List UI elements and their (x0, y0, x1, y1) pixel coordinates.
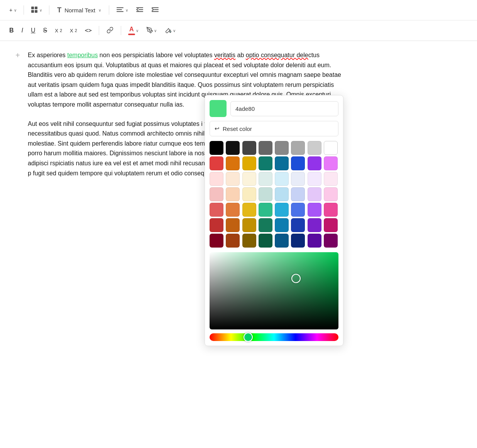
color-swatch-20[interactable] (275, 172, 289, 186)
color-swatch-4[interactable] (275, 141, 289, 155)
color-swatch-36[interactable] (275, 203, 289, 217)
color-swatch-49[interactable] (226, 234, 240, 248)
link-button[interactable] (103, 24, 117, 37)
font-color-button[interactable]: A ∨ (125, 24, 142, 37)
color-swatch-21[interactable] (291, 172, 305, 186)
color-swatch-27[interactable] (259, 187, 272, 201)
blocks-chevron-icon: ∨ (39, 8, 42, 12)
color-swatch-37[interactable] (291, 203, 305, 217)
color-swatch-7[interactable] (324, 141, 338, 155)
code-button[interactable]: <> (82, 25, 95, 36)
fill-button[interactable]: ∨ (161, 24, 179, 37)
gradient-cursor[interactable] (291, 274, 301, 283)
color-swatch-46[interactable] (308, 218, 321, 232)
color-swatch-24[interactable] (210, 187, 223, 201)
toolbar: + ∨ ∨ T Normal Text ∨ (0, 0, 477, 41)
underline-button[interactable]: U (28, 25, 39, 36)
add-block-button[interactable]: + ∨ (6, 5, 20, 15)
color-swatch-11[interactable] (259, 156, 272, 170)
color-swatch-44[interactable] (275, 218, 289, 232)
color-swatch-23[interactable] (324, 172, 338, 186)
add-paragraph-button[interactable]: + (15, 51, 23, 187)
text-style-button[interactable]: T Normal Text ∨ (53, 4, 105, 17)
color-swatch-17[interactable] (226, 172, 240, 186)
color-swatch-35[interactable] (259, 203, 272, 217)
color-swatch-14[interactable] (308, 156, 321, 170)
italic-button[interactable]: I (19, 25, 26, 36)
color-swatch-9[interactable] (226, 156, 240, 170)
strikethrough-button[interactable]: S (40, 25, 51, 36)
color-swatch-47[interactable] (324, 218, 338, 232)
gradient-picker[interactable] (210, 252, 338, 329)
color-swatch-41[interactable] (226, 218, 240, 232)
bold-button[interactable]: B (6, 25, 17, 36)
color-swatch-2[interactable] (242, 141, 256, 155)
highlight-button[interactable]: ∨ (143, 24, 160, 37)
svg-rect-1 (35, 7, 37, 9)
blocks-button[interactable]: ∨ (28, 4, 45, 17)
hue-cursor[interactable] (244, 333, 253, 342)
color-swatch-29[interactable] (291, 187, 305, 201)
fill-icon (164, 27, 172, 35)
link-icon (106, 27, 114, 35)
color-swatch-40[interactable] (210, 218, 223, 232)
color-swatch-13[interactable] (291, 156, 305, 170)
plus-icon: + (9, 7, 12, 13)
color-swatch-34[interactable] (242, 203, 256, 217)
color-swatch-12[interactable] (275, 156, 289, 170)
color-swatch-25[interactable] (226, 187, 240, 201)
indent-decrease-button[interactable] (133, 4, 147, 17)
color-swatch-18[interactable] (242, 172, 256, 186)
hue-slider[interactable] (210, 333, 338, 341)
color-hex-input[interactable] (230, 101, 338, 116)
color-swatch-26[interactable] (242, 187, 256, 201)
superscript-button[interactable]: X2 (67, 25, 80, 36)
color-swatch-10[interactable] (242, 156, 256, 170)
font-color-a-label: A (129, 26, 134, 33)
color-swatch-52[interactable] (275, 234, 289, 248)
font-color-indicator (128, 34, 135, 35)
divider-2 (49, 5, 49, 15)
color-swatch-50[interactable] (242, 234, 256, 248)
color-swatch-15[interactable] (324, 156, 338, 170)
reset-color-button[interactable]: ↩ Reset color (210, 121, 338, 136)
indent-increase-button[interactable] (148, 4, 162, 17)
color-swatch-38[interactable] (308, 203, 321, 217)
font-color-chevron-icon: ∨ (136, 29, 139, 33)
divider-5 (121, 26, 121, 35)
color-swatch-28[interactable] (275, 187, 289, 201)
color-swatch-43[interactable] (259, 218, 272, 232)
subscript-button[interactable]: X2 (52, 25, 65, 36)
color-swatch-19[interactable] (259, 172, 272, 186)
align-chevron-icon: ∨ (125, 8, 128, 12)
color-swatch-54[interactable] (308, 234, 321, 248)
color-swatch-3[interactable] (259, 141, 272, 155)
color-swatch-32[interactable] (210, 203, 223, 217)
color-swatch-42[interactable] (242, 218, 256, 232)
color-swatch-0[interactable] (210, 141, 223, 155)
divider-4 (99, 26, 99, 35)
color-swatch-39[interactable] (324, 203, 338, 217)
color-swatch-22[interactable] (308, 172, 321, 186)
color-swatch-6[interactable] (308, 141, 321, 155)
color-swatch-31[interactable] (324, 187, 338, 201)
link-temporibus[interactable]: temporibus (67, 52, 98, 58)
color-swatch-53[interactable] (291, 234, 305, 248)
highlight-icon (146, 27, 153, 35)
color-swatch-30[interactable] (308, 187, 321, 201)
color-swatch-16[interactable] (210, 172, 223, 186)
color-swatch-45[interactable] (291, 218, 305, 232)
gradient-dark-overlay (210, 252, 338, 329)
color-swatch-48[interactable] (210, 234, 223, 248)
align-button[interactable]: ∨ (113, 4, 131, 17)
text-non-eos: non eos perspiciatis labore vel voluptat… (98, 52, 214, 58)
color-swatch-51[interactable] (259, 234, 272, 248)
color-swatches-grid (210, 141, 338, 248)
text-style-label: Normal Text (64, 7, 95, 14)
highlight-chevron-icon: ∨ (154, 29, 157, 33)
color-swatch-5[interactable] (291, 141, 305, 155)
color-swatch-1[interactable] (226, 141, 240, 155)
color-swatch-8[interactable] (210, 156, 223, 170)
color-swatch-55[interactable] (324, 234, 338, 248)
color-swatch-33[interactable] (226, 203, 240, 217)
